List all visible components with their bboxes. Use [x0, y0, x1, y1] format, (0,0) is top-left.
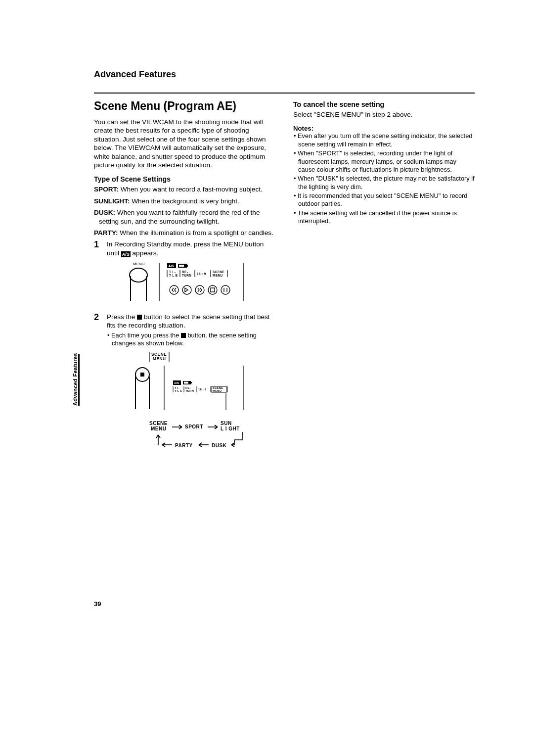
- scene-cycle-svg: SCENE MENU: [120, 351, 253, 460]
- note-item: The scene setting will be cancelled if t…: [293, 209, 475, 226]
- svg-text:SUN: SUN: [221, 421, 232, 426]
- page: Advanced Features Scene Menu (Program AE…: [0, 0, 534, 756]
- note-item: It is recommended that you select "SCENE…: [293, 192, 475, 208]
- svg-text:PARTY: PARTY: [175, 443, 193, 448]
- step-number-2: 2: [94, 313, 107, 465]
- svg-text:16 : 9: 16 : 9: [197, 272, 206, 276]
- cancel-heading: To cancel the scene setting: [293, 100, 475, 108]
- type-dusk: DUSK: When you want to faithfully record…: [94, 208, 275, 226]
- notes-heading: Notes:: [293, 125, 475, 132]
- page-title: Scene Menu (Program AE): [94, 99, 275, 113]
- svg-text:TURN: TURN: [182, 274, 191, 277]
- svg-point-24: [221, 285, 230, 294]
- menu-button-svg: MENU A/S: [120, 260, 253, 305]
- svg-text:SPORT: SPORT: [185, 424, 203, 429]
- figure-menu-button: MENU A/S: [120, 260, 275, 305]
- svg-text:T I -: T I -: [169, 270, 176, 274]
- svg-text:TURN: TURN: [185, 389, 194, 392]
- note-item: Even after you turn off the scene settin…: [293, 132, 475, 148]
- svg-point-20: [182, 285, 191, 294]
- right-column: To cancel the scene setting Select "SCEN…: [293, 99, 475, 468]
- type-sunlight: SUNLIGHT: When the background is very br…: [94, 197, 275, 205]
- stop-icon: [137, 315, 142, 320]
- steps-list: 1 In Recording Standby mode, press the M…: [94, 240, 275, 464]
- stop-icon: [181, 333, 186, 338]
- step-number-1: 1: [94, 240, 107, 310]
- svg-text:SCENE: SCENE: [213, 270, 224, 274]
- svg-point-0: [130, 268, 147, 282]
- svg-text:SCENE: SCENE: [151, 352, 167, 357]
- svg-text:MENU: MENU: [213, 389, 222, 392]
- svg-text:L I GHT: L I GHT: [221, 426, 240, 431]
- section-header: Advanced Features: [94, 69, 475, 80]
- svg-text:MENU: MENU: [153, 357, 166, 361]
- svg-rect-5: [187, 265, 188, 267]
- type-sport: SPORT: When you want to record a fast-mo…: [94, 185, 275, 193]
- svg-rect-39: [191, 382, 192, 383]
- svg-text:16 : 9: 16 : 9: [198, 388, 207, 391]
- svg-text:A/S: A/S: [169, 264, 175, 268]
- svg-point-22: [208, 285, 217, 294]
- figure-scene-cycle: SCENE MENU: [120, 351, 275, 460]
- cancel-body: Select "SCENE MENU" in step 2 above.: [293, 110, 475, 119]
- svg-rect-6: [179, 265, 184, 267]
- divider: [94, 93, 475, 94]
- svg-rect-40: [184, 381, 188, 383]
- columns: Scene Menu (Program AE) You can set the …: [94, 99, 475, 468]
- step-2-sub: • Each time you press the button, the sc…: [107, 331, 275, 348]
- type-heading: Type of Scene Settings: [94, 175, 275, 183]
- svg-text:MENU: MENU: [213, 274, 222, 277]
- svg-text:A/S: A/S: [174, 381, 179, 384]
- svg-text:MENU: MENU: [151, 426, 166, 431]
- step-1: 1 In Recording Standby mode, press the M…: [94, 240, 275, 310]
- svg-text:T L E: T L E: [169, 274, 178, 277]
- intro-paragraph: You can set the VIEWCAM to the shooting …: [94, 118, 275, 169]
- note-item: When "DUSK" is selected, the picture may…: [293, 175, 475, 191]
- svg-text:RE-: RE-: [182, 270, 188, 274]
- svg-text:DUSK: DUSK: [212, 443, 227, 448]
- svg-point-19: [170, 285, 178, 294]
- page-number: 39: [94, 600, 101, 608]
- svg-rect-23: [211, 288, 215, 292]
- side-tab-bar: [78, 354, 80, 406]
- svg-point-21: [195, 285, 204, 294]
- type-party: PARTY: When the illumination is from a s…: [94, 229, 275, 237]
- svg-text:T L E: T L E: [175, 389, 182, 392]
- side-tab-label: Advanced Features: [72, 353, 78, 406]
- step-2: 2 Press the button to select the scene s…: [94, 313, 275, 465]
- step-1-body: In Recording Standby mode, press the MEN…: [107, 240, 275, 310]
- note-item: When "SPORT" is selected, recording unde…: [293, 149, 475, 174]
- auto-shutter-icon: A/S: [121, 251, 131, 257]
- svg-text:SCENE: SCENE: [149, 421, 168, 426]
- left-column: Scene Menu (Program AE) You can set the …: [94, 99, 275, 468]
- svg-rect-33: [140, 373, 144, 377]
- menu-label: MENU: [133, 262, 145, 266]
- step-2-body: Press the button to select the scene set…: [107, 313, 275, 465]
- notes-list: Even after you turn off the scene settin…: [293, 132, 475, 225]
